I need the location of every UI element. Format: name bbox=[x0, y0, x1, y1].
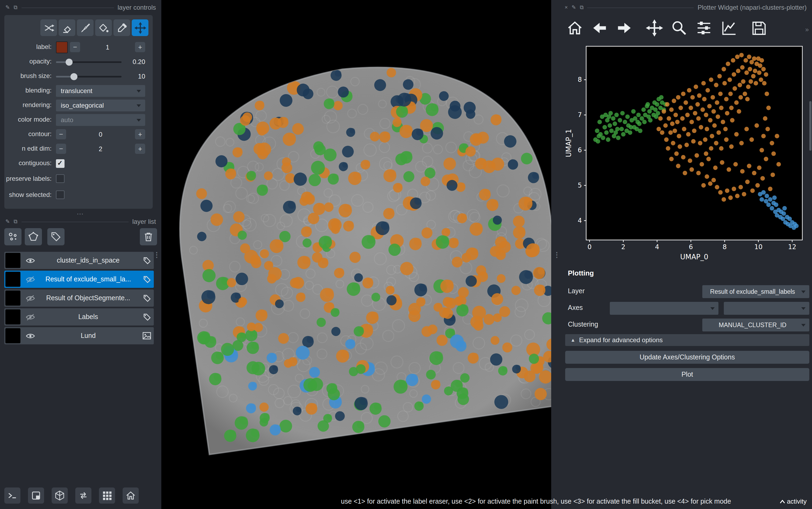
visibility-on-icon[interactable] bbox=[24, 258, 37, 263]
brush-size-slider[interactable] bbox=[56, 72, 121, 80]
label-decrement-button[interactable]: − bbox=[70, 42, 80, 52]
plot-button[interactable]: Plot bbox=[565, 368, 809, 381]
plot-back-button[interactable] bbox=[590, 18, 609, 38]
header-divider bbox=[21, 222, 128, 222]
color-mode-dropdown[interactable]: auto bbox=[56, 114, 145, 126]
tissue-image bbox=[161, 0, 551, 509]
plot-subplots-button[interactable] bbox=[695, 18, 713, 38]
preserve-labels-row: preserve labels: bbox=[4, 171, 153, 186]
blending-dropdown[interactable]: translucent bbox=[56, 85, 145, 97]
label-color-swatch bbox=[56, 41, 68, 53]
layer-select-label: Layer bbox=[568, 287, 585, 295]
contiguous-checkbox[interactable] bbox=[56, 159, 65, 168]
y-axis-dropdown[interactable] bbox=[724, 302, 809, 315]
panel-splitter-handle[interactable]: ⋮ bbox=[153, 251, 160, 259]
paint-brush-button[interactable] bbox=[77, 20, 94, 36]
n-edit-dim-increment-button[interactable]: + bbox=[135, 144, 145, 154]
grid-icon bbox=[102, 490, 112, 501]
layer-row[interactable]: Result of exclude_small_la... bbox=[4, 271, 154, 288]
transpose-dimensions-button[interactable] bbox=[75, 487, 91, 504]
dock-splitter[interactable]: ⋮ bbox=[551, 0, 559, 509]
console-icon bbox=[7, 490, 18, 501]
preserve-labels-caption: preserve labels: bbox=[4, 175, 56, 182]
update-axes-clustering-button[interactable]: Update Axes/Clustering Options bbox=[565, 351, 809, 364]
opacity-slider-handle[interactable] bbox=[66, 58, 73, 65]
fill-bucket-button[interactable] bbox=[95, 20, 112, 36]
plot-home-button[interactable] bbox=[566, 18, 584, 38]
label-increment-button[interactable]: + bbox=[135, 42, 145, 52]
show-selected-checkbox[interactable] bbox=[56, 191, 65, 199]
paint-brush-icon bbox=[80, 22, 90, 33]
visibility-on-icon[interactable] bbox=[24, 333, 37, 339]
eraser-button[interactable] bbox=[59, 20, 75, 36]
shuffle-colors-button[interactable] bbox=[40, 20, 57, 36]
label-value[interactable]: 1 bbox=[80, 43, 135, 51]
preserve-labels-checkbox[interactable] bbox=[56, 174, 65, 183]
viewer-canvas[interactable] bbox=[161, 0, 551, 509]
close-dock-icon[interactable]: × bbox=[565, 5, 568, 10]
plot-customize-button[interactable] bbox=[719, 18, 738, 38]
brush-size-caption: brush size: bbox=[4, 73, 56, 80]
float-dock-icon[interactable]: ⧉ bbox=[580, 5, 584, 10]
grid-view-button[interactable] bbox=[99, 487, 115, 504]
magnifier-icon bbox=[671, 20, 687, 36]
napari-window: ✎ ⧉ layer controls bbox=[0, 0, 812, 509]
visibility-off-icon[interactable] bbox=[24, 276, 37, 283]
scrollbar-thumb[interactable] bbox=[809, 101, 811, 151]
brush-size-slider-handle[interactable] bbox=[70, 73, 77, 80]
contour-value[interactable]: 0 bbox=[66, 131, 135, 138]
brush-size-row: brush size: 10 bbox=[4, 69, 153, 83]
delete-layer-button[interactable] bbox=[140, 228, 157, 245]
layer-list-rows: cluster_ids_in_spaceResult of exclude_sm… bbox=[4, 252, 154, 344]
color-picker-button[interactable] bbox=[113, 20, 130, 36]
layer-row[interactable]: Lund bbox=[4, 327, 154, 344]
plot-zoom-button[interactable] bbox=[670, 18, 688, 38]
matplotlib-toolbar bbox=[566, 18, 768, 38]
color-mode-caption: color mode: bbox=[4, 116, 56, 123]
roll-dimensions-button[interactable] bbox=[51, 487, 68, 504]
layer-row[interactable]: Labels bbox=[4, 308, 154, 326]
hide-dock-icon[interactable]: ✎ bbox=[571, 5, 576, 10]
toolbar-overflow-icon[interactable]: » bbox=[805, 26, 809, 33]
new-points-layer-button[interactable] bbox=[4, 228, 22, 245]
n-edit-dim-decrement-button[interactable]: − bbox=[56, 144, 66, 154]
pan-zoom-button[interactable] bbox=[132, 20, 148, 36]
activity-button[interactable]: activity bbox=[780, 498, 807, 505]
shuffle-icon bbox=[43, 22, 54, 33]
arrow-left-icon bbox=[592, 20, 608, 36]
plot-save-button[interactable] bbox=[750, 18, 768, 38]
layer-row[interactable]: cluster_ids_in_space bbox=[4, 252, 154, 269]
clustering-dropdown[interactable]: MANUAL_CLUSTER_ID bbox=[702, 318, 809, 332]
contour-decrement-button[interactable]: − bbox=[56, 129, 66, 139]
advanced-options-expander[interactable]: ▲ Expand for advanced options bbox=[565, 334, 809, 346]
umap-scatter-plot[interactable]: 02468101245678UMAP_0UMAP_1 bbox=[563, 42, 810, 273]
float-dock-icon[interactable]: ⧉ bbox=[14, 5, 17, 10]
plot-forward-button[interactable] bbox=[615, 18, 633, 38]
x-axis-dropdown[interactable] bbox=[610, 302, 718, 315]
float-dock-icon[interactable]: ⧉ bbox=[14, 219, 17, 224]
layer-row[interactable]: Result of ObjectSegmente... bbox=[4, 290, 154, 307]
labels-layer-icon bbox=[140, 313, 154, 321]
new-shapes-layer-button[interactable] bbox=[25, 228, 42, 245]
rendering-dropdown[interactable]: iso_categorical bbox=[56, 99, 145, 111]
svg-text:UMAP_1: UMAP_1 bbox=[565, 129, 573, 157]
save-icon bbox=[751, 20, 767, 36]
transpose-icon bbox=[78, 490, 89, 501]
contiguous-row: contiguous: bbox=[4, 157, 153, 170]
visibility-off-icon[interactable] bbox=[24, 295, 37, 302]
hide-dock-icon[interactable]: ✎ bbox=[5, 219, 10, 224]
new-labels-layer-button[interactable] bbox=[47, 228, 65, 245]
console-button[interactable] bbox=[4, 487, 21, 504]
visibility-off-icon[interactable] bbox=[24, 313, 37, 320]
hide-dock-icon[interactable]: ✎ bbox=[5, 5, 10, 10]
contour-increment-button[interactable]: + bbox=[135, 129, 145, 139]
header-divider bbox=[588, 7, 694, 8]
plot-pan-button[interactable] bbox=[645, 18, 664, 38]
show-selected-row: show selected: bbox=[4, 187, 153, 202]
ndisplay-toggle-button[interactable] bbox=[28, 487, 44, 504]
opacity-slider[interactable] bbox=[56, 58, 121, 65]
n-edit-dim-value[interactable]: 2 bbox=[66, 145, 135, 152]
advanced-options-label: Expand for advanced options bbox=[579, 336, 663, 344]
home-reset-view-button[interactable] bbox=[122, 487, 139, 504]
layer-select-dropdown[interactable]: Result of exclude_small_labels bbox=[702, 285, 809, 298]
